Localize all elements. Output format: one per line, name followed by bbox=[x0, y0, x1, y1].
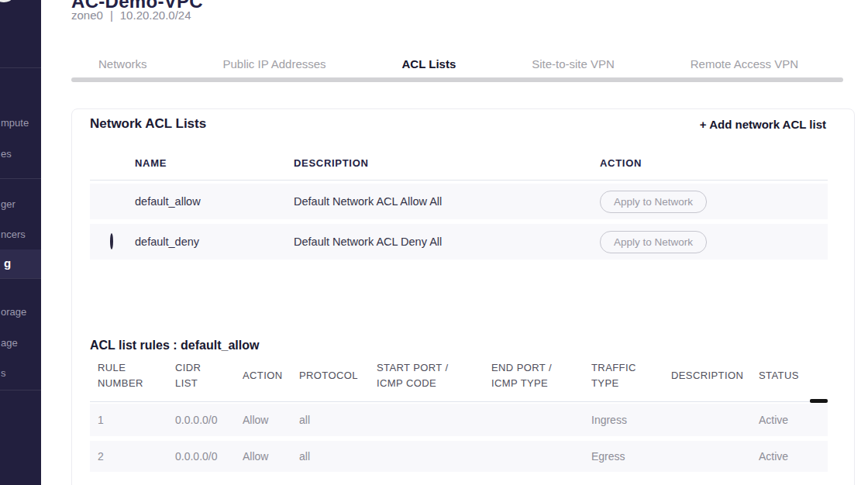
acl-description: Default Network ACL Allow All bbox=[294, 195, 600, 208]
table-scrollbar-thumb[interactable] bbox=[810, 399, 828, 403]
rule-traffic-type: Ingress bbox=[584, 414, 663, 426]
apply-to-network-button[interactable]: Apply to Network bbox=[600, 231, 707, 253]
acl-name: default_allow bbox=[135, 195, 294, 208]
rules-table-divider bbox=[90, 401, 828, 402]
rule-action: Allow bbox=[235, 414, 291, 426]
acl-col-action: ACTION bbox=[600, 157, 828, 169]
rules-col-rule-number: RULE NUMBER bbox=[90, 360, 167, 391]
sidebar-item-manager[interactable]: ger bbox=[1, 198, 16, 210]
sidebar-item-label: g bbox=[4, 256, 11, 270]
rules-col-protocol: PROTOCOL bbox=[291, 368, 369, 384]
rule-traffic-type: Egress bbox=[584, 450, 663, 463]
rule-status: Active bbox=[751, 414, 820, 426]
rule-number: 2 bbox=[90, 450, 167, 463]
sidebar-item-load-balancers[interactable]: ncers bbox=[1, 229, 26, 240]
sidebar-item-instances[interactable]: es bbox=[1, 148, 12, 160]
tab-bar: Networks Public IP Addresses ACL Lists S… bbox=[71, 57, 843, 71]
rules-col-status: STATUS bbox=[751, 368, 820, 384]
rule-cidr: 0.0.0.0/0 bbox=[167, 450, 235, 463]
logo-fragment-icon bbox=[0, 0, 12, 2]
subtitle-divider: | bbox=[110, 9, 113, 22]
rules-col-start-port: START PORT / ICMP CODE bbox=[369, 360, 484, 391]
rules-table-header-row: RULE NUMBER CIDR LIST ACTION PROTOCOL ST… bbox=[90, 359, 828, 393]
table-row-default-deny[interactable]: default_deny Default Network ACL Deny Al… bbox=[90, 224, 828, 260]
tab-acl-lists[interactable]: ACL Lists bbox=[402, 57, 456, 71]
table-row-default-allow[interactable]: default_allow Default Network ACL Allow … bbox=[90, 184, 828, 219]
radio-unselected-icon[interactable] bbox=[110, 233, 113, 249]
sidebar-divider bbox=[0, 278, 41, 279]
acl-description: Default Network ACL Deny All bbox=[294, 236, 600, 248]
rule-number: 1 bbox=[90, 414, 167, 426]
acl-table-divider bbox=[90, 180, 828, 181]
acl-col-description: DESCRIPTION bbox=[294, 157, 600, 169]
zone-label: zone0 bbox=[71, 9, 103, 22]
sidebar-item-snapshots[interactable]: s bbox=[1, 367, 6, 379]
sidebar-divider bbox=[0, 67, 41, 68]
tab-remote-access-vpn[interactable]: Remote Access VPN bbox=[691, 57, 798, 71]
rule-status: Active bbox=[751, 450, 820, 463]
card-title: Network ACL Lists bbox=[90, 116, 206, 132]
rules-col-description: DESCRIPTION bbox=[663, 368, 751, 384]
tab-networks[interactable]: Networks bbox=[98, 57, 147, 71]
sidebar: mpute es ger ncers g orage age s bbox=[0, 0, 41, 485]
acl-rules-title: ACL list rules : default_allow bbox=[90, 339, 259, 353]
tab-underline-bar bbox=[71, 77, 843, 82]
sidebar-divider bbox=[0, 178, 41, 179]
rule-protocol: all bbox=[291, 414, 369, 426]
rule-action: Allow bbox=[235, 450, 291, 463]
sidebar-item-storage[interactable]: orage bbox=[1, 306, 26, 318]
rule-protocol: all bbox=[291, 450, 369, 463]
sidebar-item-block-storage[interactable]: age bbox=[1, 337, 18, 349]
acl-col-name: NAME bbox=[135, 157, 294, 169]
table-row-rule-2[interactable]: 2 0.0.0.0/0 Allow all Egress Active bbox=[90, 441, 828, 472]
cidr-label: 10.20.20.0/24 bbox=[120, 9, 191, 22]
tab-public-ip-addresses[interactable]: Public IP Addresses bbox=[222, 57, 326, 71]
acl-name: default_deny bbox=[135, 236, 294, 248]
rules-col-action: ACTION bbox=[235, 368, 291, 384]
table-row-rule-1[interactable]: 1 0.0.0.0/0 Allow all Ingress Active bbox=[90, 404, 828, 436]
rules-col-cidr-list: CIDR LIST bbox=[167, 360, 235, 391]
acl-table-header-row: NAME DESCRIPTION ACTION bbox=[90, 157, 828, 169]
rules-col-traffic-type: TRAFFIC TYPE bbox=[584, 360, 663, 391]
sidebar-item-compute[interactable]: mpute bbox=[1, 117, 29, 129]
sidebar-divider bbox=[0, 390, 41, 390]
apply-to-network-button[interactable]: Apply to Network bbox=[600, 191, 707, 213]
rule-cidr: 0.0.0.0/0 bbox=[167, 414, 235, 426]
sidebar-item-networking-active[interactable]: g bbox=[0, 249, 41, 278]
tab-site-to-site-vpn[interactable]: Site-to-site VPN bbox=[532, 57, 615, 71]
acl-lists-card: Network ACL Lists + Add network ACL list… bbox=[71, 108, 855, 485]
vpc-subtitle: zone0 | 10.20.20.0/24 bbox=[71, 9, 191, 22]
add-network-acl-list-button[interactable]: + Add network ACL list bbox=[700, 118, 826, 131]
rules-col-end-port: END PORT / ICMP TYPE bbox=[484, 360, 584, 391]
